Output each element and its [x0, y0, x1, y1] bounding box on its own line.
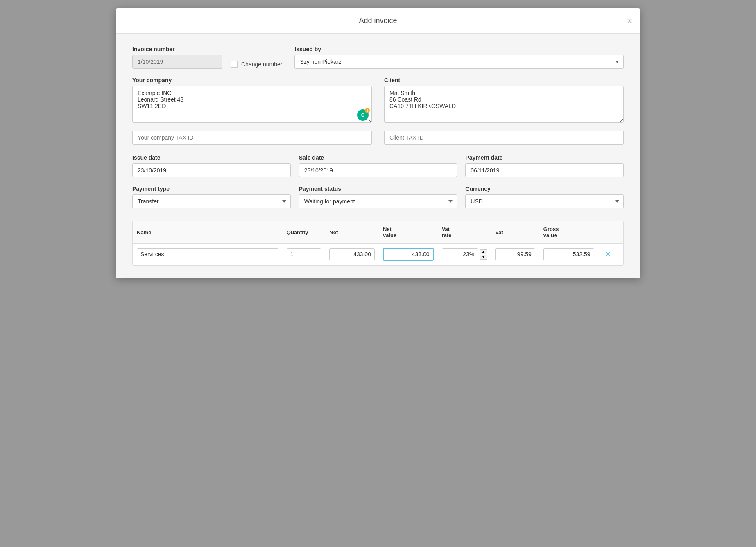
cell-net-value	[379, 244, 438, 265]
add-invoice-modal: Add invoice × Invoice number Change numb…	[116, 8, 640, 278]
cell-gross-value	[539, 244, 598, 265]
vat-stepper: ▲ ▼	[480, 249, 487, 260]
col-header-net-value: Netvalue	[379, 221, 438, 244]
issue-date-group: Issue date	[132, 154, 291, 177]
table-header-row: Name Quantity Net Netvalue Vatrate Vat G…	[133, 221, 623, 244]
currency-select[interactable]: USD	[465, 194, 624, 208]
cell-name	[133, 244, 283, 265]
your-company-textarea[interactable]	[132, 86, 372, 123]
payment-row: Payment type Transfer Payment status Wai…	[132, 185, 624, 208]
col-header-delete	[598, 221, 623, 244]
sale-date-input[interactable]	[299, 163, 457, 177]
your-company-textarea-wrapper: G	[132, 86, 372, 124]
col-header-quantity: Quantity	[283, 221, 326, 244]
client-textarea[interactable]	[384, 86, 624, 123]
modal-body: Invoice number Change number Issued by S…	[116, 34, 640, 278]
row-vat-input[interactable]	[495, 248, 535, 260]
cell-vat-rate: ▲ ▼	[438, 244, 491, 265]
issued-by-section: Issued by Szymon Piekarz	[294, 46, 624, 69]
sale-date-group: Sale date	[299, 154, 457, 177]
issue-date-input[interactable]	[132, 163, 291, 177]
row-quantity-input[interactable]	[287, 248, 321, 260]
row-net-input[interactable]	[329, 248, 375, 260]
payment-status-label: Payment status	[299, 185, 457, 192]
your-company-tax-group	[132, 131, 372, 145]
col-header-vat-rate: Vatrate	[438, 221, 491, 244]
company-client-row: Your company G Client	[132, 77, 624, 124]
client-section: Client	[384, 77, 624, 124]
payment-status-group: Payment status Waiting for payment	[299, 185, 457, 208]
invoice-number-label: Invoice number	[132, 46, 222, 52]
issued-by-select[interactable]: Szymon Piekarz	[294, 55, 624, 69]
your-company-tax-input[interactable]	[132, 131, 372, 145]
payment-type-label: Payment type	[132, 185, 291, 192]
col-header-net: Net	[325, 221, 379, 244]
table-row: ▲ ▼ ✕	[133, 244, 623, 265]
col-header-gross-value: Grossvalue	[539, 221, 598, 244]
cell-net	[325, 244, 379, 265]
change-number-wrapper: Change number	[231, 61, 282, 69]
invoice-table-section: Name Quantity Net Netvalue Vatrate Vat G…	[132, 221, 624, 266]
invoice-number-section: Invoice number	[132, 46, 222, 69]
change-number-label[interactable]: Change number	[241, 61, 282, 68]
client-tax-input[interactable]	[384, 131, 624, 145]
tax-row	[132, 131, 624, 145]
your-company-label: Your company	[132, 77, 372, 84]
your-company-section: Your company G	[132, 77, 372, 124]
currency-label: Currency	[465, 185, 624, 192]
issued-by-label: Issued by	[294, 46, 624, 52]
payment-date-label: Payment date	[465, 154, 624, 161]
cell-vat	[491, 244, 539, 265]
vat-rate-wrapper: ▲ ▼	[442, 248, 487, 260]
grammarly-badge: G	[357, 109, 369, 121]
payment-date-input[interactable]	[465, 163, 624, 177]
vat-rate-decrement[interactable]: ▼	[480, 255, 487, 260]
col-header-name: Name	[133, 221, 283, 244]
invoice-number-input	[132, 55, 222, 69]
col-header-vat: Vat	[491, 221, 539, 244]
change-number-checkbox[interactable]	[231, 61, 238, 68]
row-net-value-input[interactable]	[383, 248, 434, 261]
currency-group: Currency USD	[465, 185, 624, 208]
header-top-row: Invoice number Change number Issued by S…	[132, 46, 624, 69]
payment-status-select[interactable]: Waiting for payment	[299, 194, 457, 208]
close-button[interactable]: ×	[627, 17, 632, 25]
cell-quantity	[283, 244, 326, 265]
client-tax-group	[384, 131, 624, 145]
row-vat-rate-input[interactable]	[442, 248, 478, 260]
row-name-input[interactable]	[137, 248, 278, 260]
invoice-table: Name Quantity Net Netvalue Vatrate Vat G…	[133, 221, 623, 265]
modal-title: Add invoice	[359, 16, 397, 25]
cell-delete: ✕	[598, 244, 623, 265]
left-header: Invoice number Change number	[132, 46, 282, 69]
client-label: Client	[384, 77, 624, 84]
payment-date-group: Payment date	[465, 154, 624, 177]
row-gross-value-input[interactable]	[543, 248, 594, 260]
payment-type-select[interactable]: Transfer	[132, 194, 291, 208]
payment-type-group: Payment type Transfer	[132, 185, 291, 208]
delete-row-button[interactable]: ✕	[602, 249, 613, 260]
issue-date-label: Issue date	[132, 154, 291, 161]
sale-date-label: Sale date	[299, 154, 457, 161]
modal-header: Add invoice ×	[116, 8, 640, 34]
date-row: Issue date Sale date Payment date	[132, 154, 624, 177]
vat-rate-increment[interactable]: ▲	[480, 249, 487, 254]
